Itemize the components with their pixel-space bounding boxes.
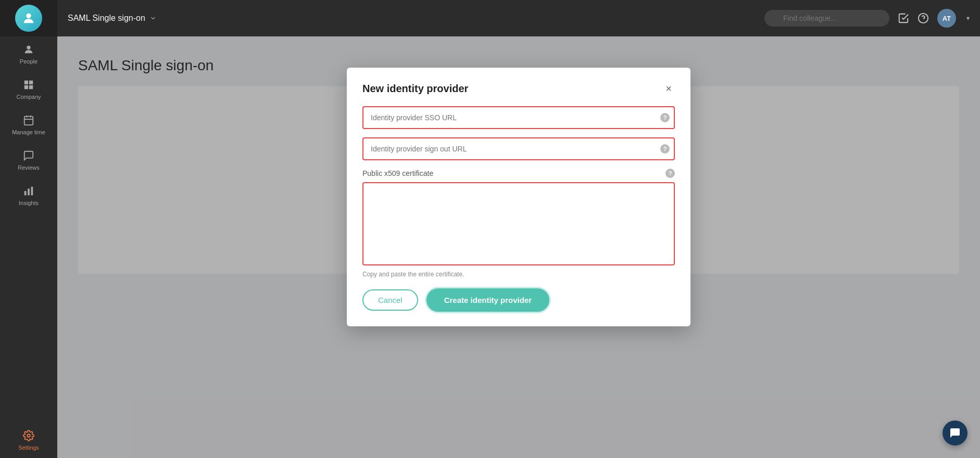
building-icon — [23, 79, 34, 91]
topbar-help-icon[interactable] — [918, 12, 929, 24]
svg-point-13 — [27, 434, 30, 437]
topbar: SAML Single sign-on A — [57, 0, 980, 36]
chevron-down-icon[interactable] — [149, 15, 157, 22]
svg-point-1 — [27, 46, 30, 49]
topbar-title-text: SAML Single sign-on — [68, 14, 145, 23]
gear-icon — [23, 430, 34, 441]
sidebar-item-company-label: Company — [16, 94, 41, 100]
sidebar-bottom: Settings — [0, 423, 57, 458]
sidebar-nav: People Company Manage time Reviews — [0, 36, 57, 458]
sidebar-item-settings[interactable]: Settings — [0, 423, 57, 458]
search-input[interactable] — [764, 10, 889, 27]
create-identity-provider-button[interactable]: Create identity provider — [426, 288, 549, 312]
svg-rect-11 — [28, 188, 30, 195]
chat-icon — [23, 150, 34, 161]
svg-rect-4 — [24, 85, 28, 89]
avatar-chevron-icon: ▾ — [966, 15, 970, 22]
modal-actions: Cancel Create identity provider — [362, 288, 675, 312]
sidebar: People Company Manage time Reviews — [0, 0, 57, 458]
chat-bubble[interactable] — [943, 421, 968, 446]
sidebar-item-people[interactable]: People — [0, 36, 57, 72]
sidebar-item-insights-label: Insights — [19, 200, 39, 206]
modal-header: New identity provider × — [362, 82, 675, 95]
sidebar-item-manage-time-label: Manage time — [12, 129, 45, 135]
sso-url-help-icon[interactable]: ? — [660, 113, 670, 122]
main-area: SAML Single sign-on A — [57, 0, 980, 458]
svg-point-0 — [26, 14, 31, 18]
modal-overlay: New identity provider × ? ? Public x509 … — [57, 36, 980, 458]
page-content: SAML Single sign-on It looks like New id… — [57, 36, 980, 458]
chat-bubble-icon — [949, 427, 961, 439]
logo[interactable] — [0, 0, 57, 36]
sidebar-item-manage-time[interactable]: Manage time — [0, 107, 57, 143]
svg-rect-12 — [31, 187, 33, 196]
cert-label: Public x509 certificate — [362, 169, 433, 177]
svg-rect-5 — [29, 85, 33, 89]
sidebar-item-insights[interactable]: Insights — [0, 178, 57, 213]
modal-new-identity-provider: New identity provider × ? ? Public x509 … — [347, 68, 690, 326]
svg-rect-3 — [29, 81, 33, 84]
sidebar-item-reviews[interactable]: Reviews — [0, 143, 57, 178]
sso-url-field: ? — [362, 106, 675, 129]
modal-close-button[interactable]: × — [662, 82, 675, 95]
calendar-icon — [23, 115, 34, 126]
certificate-section: Public x509 certificate ? Copy and paste… — [362, 169, 675, 278]
cert-textarea[interactable] — [362, 182, 675, 265]
sso-url-input[interactable] — [362, 106, 675, 129]
cancel-button[interactable]: Cancel — [362, 289, 418, 311]
sidebar-item-people-label: People — [20, 58, 37, 65]
topbar-title: SAML Single sign-on — [68, 14, 157, 23]
svg-rect-6 — [24, 117, 33, 125]
person-icon — [23, 44, 34, 55]
logo-circle — [15, 5, 42, 32]
modal-title: New identity provider — [362, 83, 468, 95]
sign-out-url-input[interactable] — [362, 137, 675, 160]
sidebar-item-company[interactable]: Company — [0, 72, 57, 107]
svg-rect-10 — [24, 191, 27, 195]
sidebar-item-reviews-label: Reviews — [18, 164, 40, 171]
logo-icon — [21, 11, 36, 26]
cert-hint: Copy and paste the entire certificate. — [362, 271, 675, 278]
svg-rect-2 — [24, 81, 28, 84]
sign-out-url-field: ? — [362, 137, 675, 160]
sign-out-url-help-icon[interactable]: ? — [660, 144, 670, 154]
topbar-tasks-icon[interactable] — [898, 12, 909, 24]
avatar[interactable]: AT — [937, 9, 956, 28]
cert-help-icon[interactable]: ? — [665, 169, 675, 178]
cert-label-row: Public x509 certificate ? — [362, 169, 675, 178]
chart-icon — [23, 185, 34, 197]
search-wrapper — [764, 10, 889, 27]
sidebar-item-settings-label: Settings — [18, 444, 39, 451]
